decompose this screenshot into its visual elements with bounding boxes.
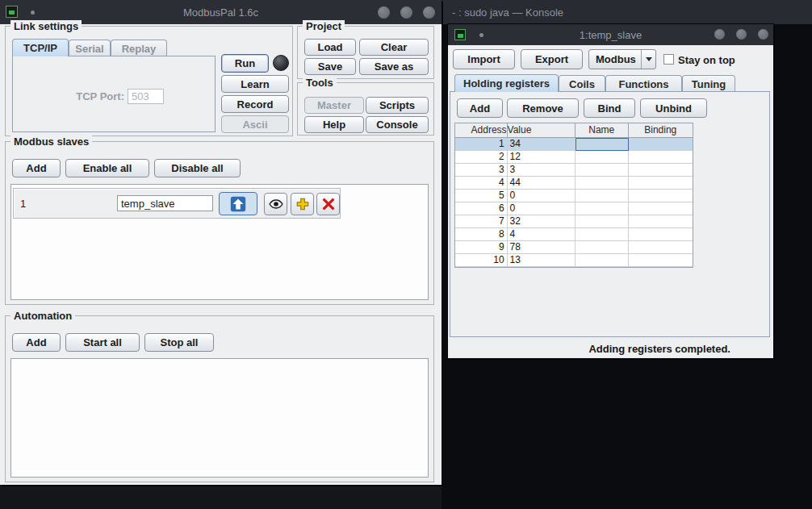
table-cell[interactable] [576, 241, 629, 254]
minimize-button[interactable] [378, 6, 390, 19]
table-cell[interactable]: 34 [508, 138, 576, 151]
save-as-button[interactable]: Save as [359, 58, 429, 75]
scripts-button[interactable]: Scripts [366, 97, 429, 114]
bind-button[interactable]: Bind [584, 98, 635, 118]
table-cell[interactable] [629, 190, 693, 202]
table-row[interactable]: 60 [455, 202, 693, 215]
table-cell[interactable]: 7 [455, 215, 508, 228]
table-cell[interactable] [629, 215, 693, 228]
console-button[interactable]: Console [366, 116, 429, 133]
modbus-selector[interactable]: Modbus [588, 49, 656, 69]
table-cell[interactable] [629, 241, 693, 254]
close-button[interactable] [423, 6, 435, 19]
close-button[interactable] [758, 29, 768, 40]
table-cell[interactable]: 0 [508, 190, 576, 202]
clear-button[interactable]: Clear [359, 39, 429, 56]
tab-tuning[interactable]: Tuning [682, 75, 735, 92]
table-cell[interactable] [576, 151, 629, 164]
add-to-slave-button[interactable] [291, 193, 314, 215]
table-cell[interactable] [629, 254, 693, 267]
table-row[interactable]: 212 [455, 151, 693, 164]
table-cell[interactable]: 9 [455, 241, 508, 254]
table-row[interactable]: 444 [455, 177, 693, 190]
show-slave-window-button[interactable] [264, 193, 287, 215]
table-cell[interactable]: 4 [508, 228, 576, 241]
table-cell[interactable]: 10 [455, 254, 508, 267]
table-row[interactable]: 50 [455, 190, 693, 202]
export-button[interactable]: Export [521, 49, 583, 69]
table-cell[interactable]: 2 [455, 151, 508, 164]
delete-slave-button[interactable] [316, 193, 340, 215]
table-cell[interactable] [576, 138, 629, 151]
table-cell[interactable]: 32 [508, 215, 576, 228]
table-row[interactable]: 978 [455, 241, 693, 254]
table-row[interactable]: 134 [455, 138, 693, 151]
disable-all-button[interactable]: Disable all [154, 159, 241, 177]
table-cell[interactable] [629, 228, 693, 241]
table-cell[interactable]: 8 [455, 228, 508, 241]
column-header-value[interactable]: Value [508, 123, 576, 138]
table-cell[interactable] [576, 202, 629, 215]
tcp-port-field[interactable]: 503 [128, 89, 164, 104]
table-cell[interactable] [576, 190, 629, 202]
maximize-button[interactable] [400, 6, 412, 19]
table-cell[interactable]: 5 [455, 190, 508, 202]
tab-functions[interactable]: Functions [605, 75, 682, 92]
unbind-button[interactable]: Unbind [640, 98, 707, 118]
help-button[interactable]: Help [304, 116, 364, 133]
table-cell[interactable] [576, 164, 629, 177]
minimize-button[interactable] [714, 29, 725, 40]
import-button[interactable]: Import [453, 49, 515, 69]
table-cell[interactable] [629, 164, 693, 177]
add-slave-button[interactable]: Add [12, 159, 61, 177]
add-automation-button[interactable]: Add [12, 333, 61, 352]
slave-enabled-toggle[interactable] [219, 192, 257, 215]
table-cell[interactable]: 0 [508, 202, 576, 215]
table-row[interactable]: 84 [455, 228, 693, 241]
table-cell[interactable] [576, 254, 629, 267]
table-cell[interactable] [576, 228, 629, 241]
table-cell[interactable]: 1 [455, 138, 508, 151]
table-row[interactable]: 33 [455, 164, 693, 177]
table-cell[interactable] [629, 138, 693, 151]
stop-all-button[interactable]: Stop all [144, 333, 214, 352]
table-cell[interactable] [629, 202, 693, 215]
table-cell[interactable]: 4 [455, 177, 508, 190]
maximize-button[interactable] [736, 29, 747, 40]
tab-coils[interactable]: Coils [559, 75, 605, 92]
slave-row[interactable]: 1 temp_slave [13, 188, 341, 219]
column-header-address[interactable]: Address [455, 123, 508, 138]
enable-all-button[interactable]: Enable all [65, 159, 149, 177]
slave-name-field[interactable]: temp_slave [117, 195, 213, 211]
stay-on-top-checkbox[interactable] [663, 54, 674, 65]
remove-register-button[interactable]: Remove [507, 98, 579, 118]
temp-slave-titlebar[interactable]: 1:temp_slave [448, 24, 773, 45]
table-cell[interactable]: 6 [455, 202, 508, 215]
table-cell[interactable]: 3 [508, 164, 576, 177]
table-cell[interactable]: 78 [508, 241, 576, 254]
tab-replay[interactable]: Replay [111, 40, 167, 56]
add-register-button[interactable]: Add [457, 98, 503, 118]
table-row[interactable]: 732 [455, 215, 693, 228]
table-cell[interactable] [629, 151, 693, 164]
table-cell[interactable]: 13 [508, 254, 576, 267]
start-all-button[interactable]: Start all [65, 333, 140, 352]
table-cell[interactable] [576, 215, 629, 228]
table-row[interactable]: 1013 [455, 254, 693, 267]
tab-holding-registers[interactable]: Holding registers [454, 74, 559, 92]
save-button[interactable]: Save [304, 58, 356, 75]
tab-tcpip[interactable]: TCP/IP [12, 39, 69, 56]
tab-serial[interactable]: Serial [69, 40, 111, 56]
record-button[interactable]: Record [221, 95, 289, 113]
column-header-name[interactable]: Name [576, 123, 629, 138]
column-header-binding[interactable]: Binding [629, 123, 693, 138]
table-cell[interactable]: 12 [508, 151, 576, 164]
load-button[interactable]: Load [304, 39, 356, 56]
table-cell[interactable]: 3 [455, 164, 508, 177]
table-cell[interactable] [576, 177, 629, 190]
table-cell[interactable]: 44 [508, 177, 576, 190]
learn-button[interactable]: Learn [221, 75, 289, 93]
run-button[interactable]: Run [221, 54, 269, 73]
table-cell[interactable] [629, 177, 693, 190]
konsole-titlebar[interactable]: - : sudo java — Konsole [442, 0, 812, 24]
